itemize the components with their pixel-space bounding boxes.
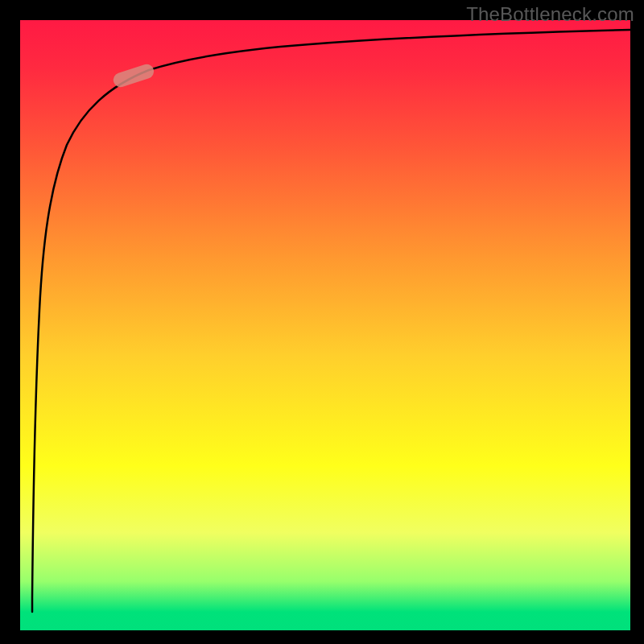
curve-layer: [20, 20, 630, 630]
highlight-marker: [111, 62, 155, 89]
bottleneck-curve: [32, 30, 630, 612]
chart-canvas: TheBottleneck.com: [0, 0, 644, 644]
